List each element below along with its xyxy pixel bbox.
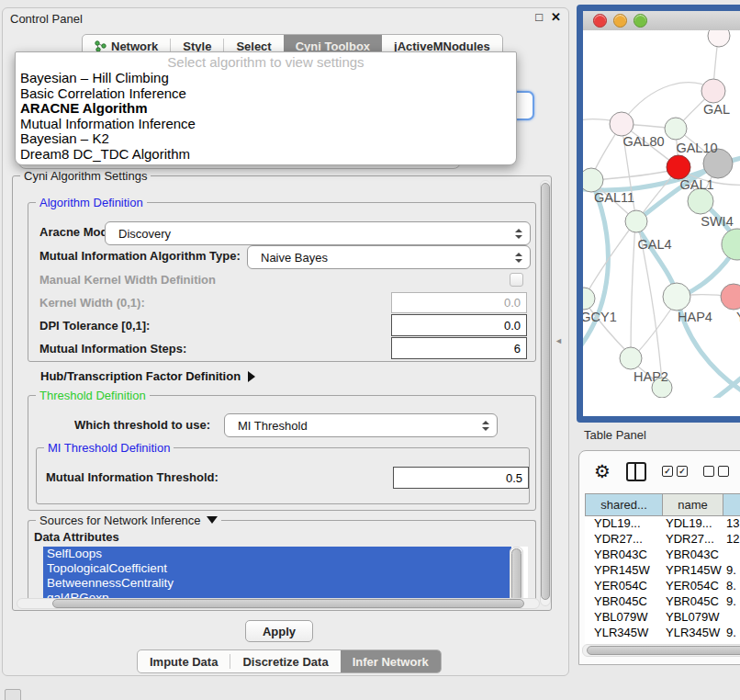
attributes-scrollbar[interactable] [510, 547, 523, 605]
algorithm-option-basic-correlation-inference[interactable]: Basic Correlation Inference [16, 86, 516, 102]
algorithm-option-mutual-information-inference[interactable]: Mutual Information Inference [16, 117, 516, 132]
table-cell[interactable]: YBL079W [662, 610, 723, 626]
network-canvas[interactable]: GALGAL80GAL10GAL1GAL11SWI4GAL4GCY1HAP4YH… [583, 30, 740, 416]
tab-impute-data[interactable]: Impute Data [138, 650, 230, 672]
network-edge[interactable] [592, 169, 678, 180]
table-row[interactable]: YDL19...YDL19...13 [585, 516, 740, 532]
table-cell[interactable]: YDL19... [585, 516, 662, 532]
network-window-titlebar[interactable] [583, 11, 740, 31]
float-window-icon[interactable]: □ [535, 10, 543, 24]
mi-steps-label: Mutual Information Steps: [39, 342, 186, 356]
network-node-hap4[interactable] [663, 283, 690, 310]
attribute-item-selfloops[interactable]: SelfLoops [43, 547, 511, 561]
network-node[interactable] [722, 229, 740, 260]
tab-infer-network[interactable]: Infer Network [341, 650, 441, 672]
settings-hscrollbar[interactable] [17, 598, 540, 609]
data-attributes-list[interactable]: SelfLoopsTopologicalCoefficientBetweenne… [43, 547, 528, 604]
settings-vscrollbar[interactable] [540, 180, 551, 606]
sources-group: Sources for Network Inference Data Attri… [28, 520, 536, 605]
column-layout-icon[interactable] [626, 462, 646, 481]
network-node-gcy1[interactable] [583, 288, 595, 310]
gear-icon[interactable]: ⚙ [594, 462, 611, 480]
table-body: YDL19...YDL19...13YDR27...YDR27...12YBR0… [585, 516, 740, 657]
mi-steps-field[interactable]: 6 [391, 337, 527, 359]
table-cell[interactable]: YPR145W [585, 563, 662, 579]
table-cell[interactable]: 9. [723, 626, 740, 641]
attribute-item-betweennesscentrality[interactable]: BetweennessCentrality [43, 576, 511, 591]
close-window-icon[interactable]: ✕ [551, 10, 561, 24]
column-header-shared-name[interactable]: shared... [586, 494, 663, 515]
table-row[interactable]: YER054CYER054C8. [585, 579, 740, 594]
table-hscrollbar[interactable] [582, 644, 740, 657]
table-row[interactable]: YBL079WYBL079W [585, 610, 740, 626]
network-node-gal[interactable] [701, 79, 725, 103]
table-cell[interactable]: YDR27... [585, 532, 662, 548]
algorithm-option-aracne-algorithm[interactable]: ARACNE Algorithm [16, 101, 516, 117]
table-cell[interactable]: 9. [723, 563, 740, 579]
dock-mini-button[interactable] [5, 689, 21, 700]
control-panel-title: Control Panel [10, 12, 83, 26]
threshold-definition-group: Threshold Definition Which threshold to … [28, 395, 536, 511]
tab-discretize-data[interactable]: Discretize Data [230, 650, 340, 672]
algorithm-option-bayesian-hill-climbing[interactable]: Bayesian – Hill Climbing [16, 71, 516, 86]
mi-threshold-field[interactable]: 0.5 [393, 467, 529, 489]
network-node-gal11[interactable] [583, 168, 603, 192]
network-node-gal80[interactable] [610, 112, 633, 136]
table-cell[interactable]: 8. [723, 579, 740, 594]
network-node-hap2[interactable] [620, 347, 642, 369]
table-row[interactable]: YBR043CYBR043C [585, 548, 740, 563]
algorithm-option-dream8-dc-tdc-algorithm[interactable]: Dream8 DC_TDC Algorithm [16, 147, 516, 163]
network-node[interactable] [708, 30, 730, 47]
table-cell[interactable]: YPR145W [662, 563, 723, 579]
network-node-gal10[interactable] [665, 118, 687, 140]
zoom-traffic-light-icon[interactable] [633, 14, 647, 28]
table-cell[interactable] [723, 610, 740, 626]
algorithm-option-bayesian-k2[interactable]: Bayesian – K2 [16, 131, 516, 147]
manual-kernel-width-checkbox[interactable] [510, 273, 523, 287]
minimize-traffic-light-icon[interactable] [613, 14, 627, 28]
panel-collapse-handle[interactable]: ◄ [555, 336, 563, 345]
attribute-item-topologicalcoefficient[interactable]: TopologicalCoefficient [43, 561, 511, 576]
table-row[interactable]: YDR27...YDR27...12 [585, 532, 740, 548]
table-cell[interactable]: YBR043C [585, 548, 662, 563]
kernel-width-field[interactable]: 0.0 [391, 292, 527, 313]
close-traffic-light-icon[interactable] [593, 14, 607, 28]
table-cell[interactable]: 9. [723, 594, 740, 610]
table-row[interactable]: YLR345WYLR345W9. [585, 626, 740, 641]
hub-factor-expander[interactable]: Hub/Transcription Factor Definition [40, 369, 255, 383]
aracne-mode-combo[interactable]: Discovery [105, 221, 531, 245]
network-edge[interactable] [634, 302, 676, 356]
table-row[interactable]: YPR145WYPR145W9. [585, 563, 740, 579]
table-cell[interactable]: YBL079W [585, 610, 662, 626]
table-cell[interactable]: YDL19... [662, 516, 723, 532]
network-node-gal4[interactable] [625, 210, 647, 232]
column-header-third[interactable] [723, 494, 740, 515]
network-node-y[interactable] [721, 284, 740, 310]
table-cell[interactable]: YLR345W [585, 626, 662, 641]
network-edge[interactable] [631, 223, 635, 356]
table-cell[interactable]: YER054C [585, 579, 662, 594]
which-threshold-label: Which threshold to use: [74, 418, 210, 432]
table-cell[interactable]: YBR045C [662, 594, 723, 610]
table-cell[interactable]: YBR045C [585, 594, 662, 610]
network-edge-highlighted[interactable] [583, 183, 608, 350]
application-root: Control Panel □ ✕ NetworkStyleSelectCyni… [0, 0, 740, 700]
table-cell[interactable]: 13 [723, 516, 740, 532]
column-header-name[interactable]: name [663, 494, 723, 515]
mi-algorithm-type-combo[interactable]: Naive Bayes [247, 245, 531, 269]
table-cell[interactable]: YLR345W [662, 626, 723, 641]
apply-button[interactable]: Apply [245, 620, 313, 642]
table-cell[interactable]: 12 [723, 532, 740, 548]
table-cell[interactable]: YBR043C [662, 548, 723, 563]
network-edge[interactable] [623, 83, 713, 120]
which-threshold-combo[interactable]: MI Threshold [224, 413, 498, 437]
table-row[interactable]: YBR045CYBR045C9. [585, 594, 740, 610]
table-cell[interactable]: YDR27... [662, 532, 723, 548]
network-node-swi4[interactable] [688, 188, 713, 214]
network-node-gal1[interactable] [667, 155, 690, 179]
dpi-tolerance-field[interactable]: 0.0 [391, 314, 527, 336]
select-all-checks-icon[interactable]: ✓✓ [662, 466, 688, 477]
deselect-all-checks-icon[interactable] [703, 466, 729, 477]
table-cell[interactable]: YER054C [662, 579, 723, 594]
table-cell[interactable] [723, 548, 740, 563]
